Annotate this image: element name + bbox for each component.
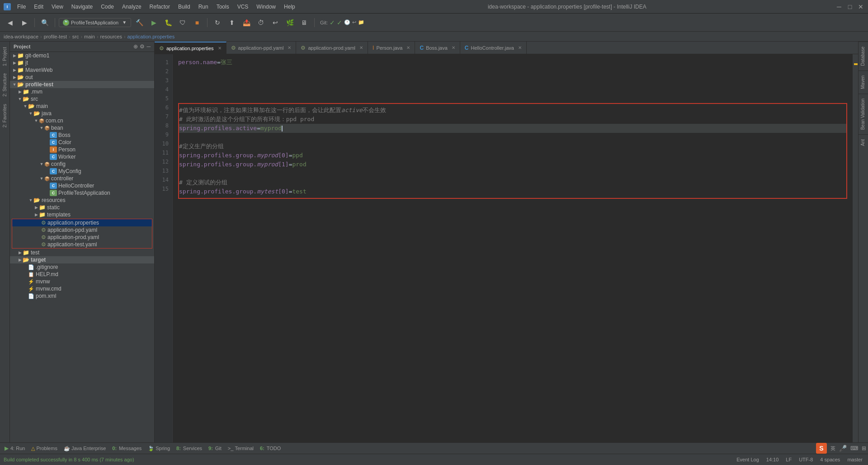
tree-item-HELP.md[interactable]: ▶ 📋 HELP.md — [10, 271, 154, 278]
tree-item-application-test.yaml[interactable]: ▶ ⚙ application-test.yaml — [12, 241, 152, 248]
tree-item-bean[interactable]: ▼ 📦 bean — [10, 124, 154, 132]
menu-analyze[interactable]: Analyze — [118, 3, 145, 11]
spring-tool-button[interactable]: 🍃 Spring — [145, 445, 173, 452]
history-button[interactable]: ⏱ — [255, 16, 267, 29]
menu-view[interactable]: View — [48, 3, 67, 11]
status-event-log[interactable]: Event Log — [735, 457, 761, 462]
breadcrumb-part-1[interactable]: profile-test — [44, 34, 67, 39]
microphone-icon[interactable]: 🎤 — [839, 445, 847, 452]
tree-item-controller[interactable]: ▼ 📦 controller — [10, 175, 154, 182]
tab-close-Boss.java[interactable]: ✕ — [452, 45, 455, 50]
tab-close-application.properties[interactable]: ✕ — [218, 46, 222, 51]
menu-tools[interactable]: Tools — [213, 3, 233, 11]
breadcrumb-part-3[interactable]: main — [84, 34, 95, 39]
rollback-button[interactable]: ↩ — [269, 16, 282, 29]
run-tool-button[interactable]: ▶ 4: Run — [2, 445, 28, 452]
tree-item-Person[interactable]: ▶ I Person — [10, 146, 154, 153]
tree-item-mvnw[interactable]: ▶ ⚡ mvnw — [10, 278, 154, 285]
tree-item-src[interactable]: ▼ 📂 src — [10, 95, 154, 103]
tree-item-ProfileTestApplication[interactable]: ▶ C ProfileTestApplication — [10, 189, 154, 197]
breadcrumb-part-0[interactable]: idea-workspace — [4, 34, 38, 39]
tree-item-pom.xml[interactable]: ▶ 📄 pom.xml — [10, 292, 154, 300]
tree-item-main[interactable]: ▼ 📂 main — [10, 103, 154, 110]
menu-build[interactable]: Build — [175, 3, 194, 11]
tree-item-config[interactable]: ▼ 📦 config — [10, 160, 154, 168]
stop-button[interactable]: ■ — [191, 16, 203, 29]
debug-button[interactable]: 🐛 — [162, 16, 175, 29]
terminal-tool-button[interactable]: >_ Terminal — [225, 445, 256, 452]
s-logo[interactable]: S — [816, 443, 827, 454]
project-panel-settings-icon[interactable]: ⚙ — [140, 43, 145, 50]
update-project-button[interactable]: ↻ — [211, 16, 224, 29]
ant-panel-tab[interactable]: Ant — [859, 134, 868, 150]
tree-item-out[interactable]: ▶ 📂 out — [10, 74, 154, 81]
tab-HelloController.java[interactable]: C HelloController.java ✕ — [460, 42, 527, 54]
status-position[interactable]: 14:10 — [764, 457, 781, 462]
git-clock-icon[interactable]: 🕐 — [344, 19, 350, 25]
forward-button[interactable]: ▶ — [18, 16, 31, 29]
tree-item-Color[interactable]: ▶ C Color — [10, 139, 154, 146]
tree-item-profile-test[interactable]: ▼ 📂 profile-test — [10, 81, 154, 88]
run-with-coverage-button[interactable]: 🛡 — [176, 16, 189, 29]
tree-item-test[interactable]: ▶ 📁 test — [10, 249, 154, 256]
tab-close-application-ppd.yaml[interactable]: ✕ — [288, 45, 291, 50]
menu-edit[interactable]: Edit — [30, 3, 47, 11]
menu-navigate[interactable]: Navigate — [68, 3, 96, 11]
menu-window[interactable]: Window — [253, 3, 279, 11]
back-button[interactable]: ◀ — [4, 16, 16, 29]
tree-item-static[interactable]: ▶ 📁 static — [10, 204, 154, 211]
tree-item-.gitignore[interactable]: ▶ 📄 .gitignore — [10, 263, 154, 271]
maven-panel-tab[interactable]: Maven — [859, 70, 868, 94]
database-panel-tab[interactable]: Database — [859, 42, 868, 70]
git-checkmark-2[interactable]: ✓ — [337, 19, 342, 26]
git-remote-icon[interactable]: 📁 — [358, 19, 364, 25]
tree-item-application.properties[interactable]: ▶ ⚙ application.properties — [12, 219, 152, 226]
language-indicator[interactable]: 英 — [830, 445, 835, 452]
git-undo-icon[interactable]: ↩ — [352, 19, 356, 25]
services-tool-button[interactable]: 8: Services — [174, 445, 205, 452]
java-enterprise-tool-button[interactable]: ☕ Java Enterprise — [61, 445, 108, 452]
project-panel-scope-icon[interactable]: ⊕ — [133, 43, 138, 50]
breadcrumb-part-5[interactable]: application.properties — [127, 34, 175, 39]
problems-tool-button[interactable]: △ Problems — [28, 445, 60, 452]
tree-item-MavenWeb[interactable]: ▶ 📁 MavenWeb — [10, 66, 154, 74]
keyboard-icon[interactable]: ⌨ — [850, 445, 858, 451]
tree-item-.mvn[interactable]: ▶ 📁 .mvn — [10, 88, 154, 95]
status-encoding[interactable]: UTF-8 — [797, 457, 815, 462]
project-panel-minimize-icon[interactable]: ─ — [146, 43, 151, 50]
breadcrumb-part-2[interactable]: src — [72, 34, 79, 39]
git-tool-button[interactable]: 9: Git — [206, 445, 224, 452]
tab-application-ppd.yaml[interactable]: ⚙ application-ppd.yaml ✕ — [226, 42, 297, 54]
window-layout-icon[interactable]: ⊞ — [862, 445, 866, 451]
tab-close-Person.java[interactable]: ✕ — [406, 45, 410, 50]
bean-validation-panel-tab[interactable]: Bean Validation — [859, 94, 868, 134]
tree-item-mvnw.cmd[interactable]: ▶ ⚡ mvnw.cmd — [10, 285, 154, 292]
tree-item-jt[interactable]: ▶ 📁 jt — [10, 59, 154, 66]
tree-item-application-prod.yaml[interactable]: ▶ ⚙ application-prod.yaml — [12, 234, 152, 241]
tree-item-com.cn[interactable]: ▼ 📦 com.cn — [10, 117, 154, 124]
tree-item-target[interactable]: ▶ 📂 target — [10, 256, 154, 263]
tree-item-templates[interactable]: ▶ 📁 templates — [10, 211, 154, 218]
tree-item-git-demo1[interactable]: ▶ 📁 git-demo1 — [10, 52, 154, 59]
code-editor[interactable]: person.name=张三 #值为环境标识，注意如果注释加在这一行的后面，会让… — [173, 54, 853, 442]
messages-tool-button[interactable]: 0: Messages — [109, 445, 144, 452]
tree-item-application-ppd.yaml[interactable]: ▶ ⚙ application-ppd.yaml — [12, 226, 152, 234]
status-indent[interactable]: 4 spaces — [818, 457, 842, 462]
tree-item-Worker[interactable]: ▶ C Worker — [10, 153, 154, 160]
build-button[interactable]: 🔨 — [133, 16, 146, 29]
menu-file[interactable]: File — [14, 3, 29, 11]
menu-refactor[interactable]: Refactor — [146, 3, 174, 11]
menu-code[interactable]: Code — [97, 3, 118, 11]
run-configuration-selector[interactable]: 🍃 ProfileTestApplication ▼ — [59, 18, 131, 27]
tree-item-HelloController[interactable]: ▶ C HelloController — [10, 182, 154, 189]
editor-content[interactable]: 1 2 3 4 5 6 7 8 9 10 11 12 13 14 15 pers… — [155, 54, 858, 442]
close-button[interactable]: ✕ — [857, 3, 864, 10]
todo-tool-button[interactable]: 6: TODO — [257, 445, 283, 452]
search-everywhere-button[interactable]: 🔍 — [38, 16, 51, 29]
tree-item-resources[interactable]: ▼ 📂 resources — [10, 197, 154, 204]
vcs-operations-button[interactable]: 🌿 — [283, 16, 296, 29]
tab-Person.java[interactable]: I Person.java ✕ — [368, 42, 415, 54]
tree-item-MyConfig[interactable]: ▶ C MyConfig — [10, 168, 154, 175]
run-button[interactable]: ▶ — [147, 16, 160, 29]
open-in-terminal-button[interactable]: 🖥 — [298, 16, 311, 29]
